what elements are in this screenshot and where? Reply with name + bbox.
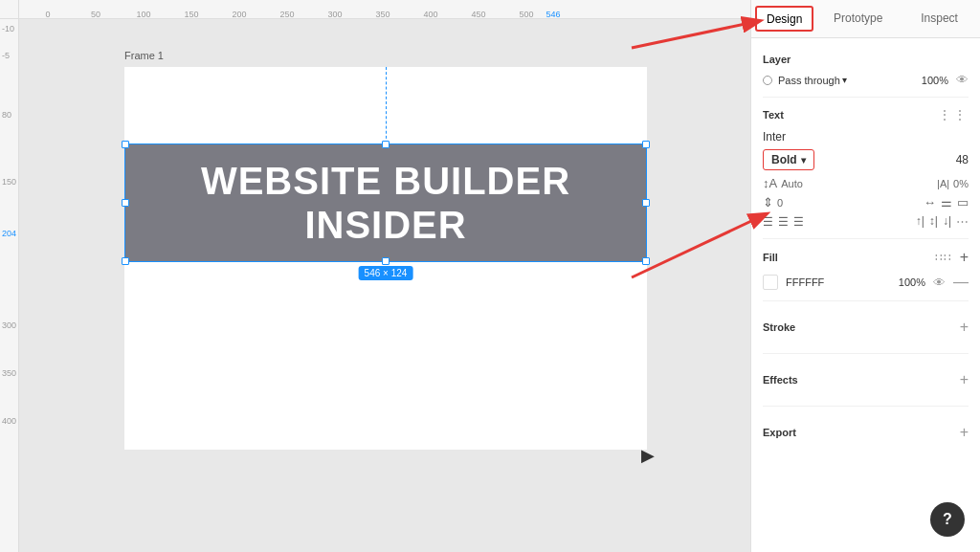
tab-inspect[interactable]: Inspect (899, 0, 980, 37)
tab-design[interactable]: Design (755, 6, 813, 32)
divider-4 (763, 353, 969, 354)
ruler-mark-250: 250 (279, 10, 294, 18)
ruler-vmark-204: 204 (2, 229, 16, 238)
right-panel: Design Prototype Inspect Layer Pass thro… (750, 0, 980, 552)
frame-label: Frame 1 (124, 50, 164, 61)
ruler-left: -10 -5 80 150 204 300 350 400 (0, 19, 19, 552)
fill-grid-icon[interactable]: ∷∷ (935, 251, 952, 264)
ruler-vmark-400: 400 (2, 416, 16, 426)
cursor-icon: ▶ (641, 445, 655, 466)
letter-spacing-value[interactable]: 0% (953, 178, 969, 189)
font-family[interactable]: Inter (763, 130, 969, 144)
canvas-workspace[interactable]: Frame 1 WEBSITE BUILDER INSIDER (19, 19, 750, 552)
fill-hex[interactable]: FFFFFF (786, 276, 891, 288)
text-align-box-icon[interactable]: ▭ (957, 195, 969, 210)
ruler-mark-50: 50 (91, 10, 100, 18)
valign-bottom-icon[interactable]: ↓| (943, 214, 951, 229)
ruler-corner (0, 0, 19, 19)
letter-spacing-right: |A| 0% (937, 178, 969, 189)
divider-1 (763, 97, 969, 98)
fill-row: FFFFFF 100% 👁 — (763, 274, 969, 291)
export-section: Export + (763, 416, 969, 449)
line-height-left: ↕A Auto (763, 176, 803, 190)
valign-middle-icon[interactable]: ↕| (929, 214, 938, 229)
help-button[interactable]: ? (930, 502, 965, 537)
ruler-mark-546: 546 (546, 10, 560, 18)
text-line2: INSIDER (304, 204, 466, 246)
ruler-mark-450: 450 (471, 10, 485, 18)
more-options-icon[interactable]: ⋮⋮ (938, 107, 969, 122)
stroke-title: Stroke (763, 321, 795, 333)
align-right-icon[interactable]: ☰ (793, 215, 804, 229)
ruler-mark-300: 300 (327, 10, 342, 18)
fill-add-icon[interactable]: + (960, 249, 969, 266)
size-badge: 546 × 124 (359, 266, 413, 280)
letter-spacing-icon: |A| (937, 178, 949, 189)
ruler-mark-200: 200 (232, 10, 246, 18)
tab-prototype-label: Prototype (834, 11, 882, 25)
text-element[interactable]: WEBSITE BUILDER INSIDER (124, 144, 647, 262)
stroke-section: Stroke + (763, 311, 969, 343)
fill-opacity[interactable]: 100% (899, 276, 925, 288)
ruler-mark-500: 500 (519, 10, 533, 18)
ruler-mark-100: 100 (136, 10, 150, 18)
font-size-value[interactable]: 48 (956, 153, 969, 166)
text-prop-row-2: ⇕ 0 ↔ ⚌ ▭ (763, 195, 969, 210)
ruler-mark-150: 150 (184, 10, 198, 18)
layer-left: Pass through ▾ (763, 75, 847, 86)
text-section-header: Text ⋮⋮ (763, 107, 969, 122)
dashed-line (386, 67, 387, 144)
paragraph-spacing-value[interactable]: 0 (777, 197, 783, 209)
canvas-main: -10 -5 80 150 204 300 350 400 Frame 1 WE… (0, 19, 750, 552)
text-section-title: Text (763, 109, 784, 121)
align-left-icon[interactable]: ☰ (763, 215, 773, 229)
effects-add-icon[interactable]: + (960, 371, 969, 388)
valign-top-icon[interactable]: ↑| (916, 214, 924, 229)
align-center-icon[interactable]: ☰ (778, 215, 789, 229)
font-weight-button[interactable]: Bold ▾ (763, 149, 814, 170)
eye-icon[interactable]: 👁 (956, 73, 969, 87)
line-height-icon: ↕A (763, 176, 777, 190)
paragraph-spacing-left: ⇕ 0 (763, 195, 783, 210)
more-text-options-icon[interactable]: ⋯ (956, 214, 969, 229)
paragraph-spacing-icon: ⇕ (763, 195, 773, 210)
fill-color-swatch[interactable] (763, 275, 778, 290)
panel-content: Layer Pass through ▾ 100% 👁 Text ⋮⋮ Inte… (751, 38, 980, 552)
line-height-value[interactable]: Auto (781, 178, 803, 189)
help-icon: ? (943, 511, 952, 528)
text-element-content: WEBSITE BUILDER INSIDER (182, 159, 590, 247)
export-add-icon[interactable]: + (960, 424, 969, 441)
divider-2 (763, 238, 969, 239)
layer-opacity[interactable]: 100% (922, 75, 948, 86)
font-weight-chevron: ▾ (801, 155, 806, 166)
ruler-h-marks: 0 50 100 150 200 250 300 350 400 450 500… (19, 0, 750, 18)
fill-section-header: Fill ∷∷ + (763, 249, 969, 266)
stroke-add-icon[interactable]: + (960, 319, 969, 336)
fill-section-title: Fill (763, 252, 778, 263)
layer-row: Pass through ▾ 100% 👁 (763, 73, 969, 87)
ruler-mark-350: 350 (375, 10, 390, 18)
ruler-vmark--5: -5 (2, 51, 10, 60)
ruler-mark-400: 400 (423, 10, 437, 18)
ruler-mark-0: 0 (45, 10, 50, 18)
layer-mode-text: Pass through (778, 75, 840, 86)
export-title: Export (763, 427, 796, 438)
fill-eye-icon[interactable]: 👁 (933, 276, 946, 290)
tab-prototype[interactable]: Prototype (817, 0, 899, 37)
layer-mode[interactable]: Pass through ▾ (778, 75, 847, 86)
layer-right: 100% 👁 (922, 73, 969, 87)
divider-5 (763, 406, 969, 407)
text-align-center-icon[interactable]: ⚌ (941, 195, 952, 210)
tab-design-label: Design (767, 12, 802, 26)
tab-inspect-label: Inspect (921, 11, 958, 25)
layer-circle-icon (763, 76, 772, 85)
ruler-vmark-300: 300 (2, 320, 16, 330)
text-horizontal-align-group: ☰ ☰ ☰ (763, 215, 804, 229)
effects-title: Effects (763, 374, 798, 386)
chevron-down-icon: ▾ (842, 75, 847, 85)
text-prop-row-1: ↕A Auto |A| 0% (763, 176, 969, 190)
ruler-vmark-350: 350 (2, 368, 16, 378)
fill-minus-icon[interactable]: — (953, 274, 969, 291)
frame-container[interactable]: Frame 1 WEBSITE BUILDER INSIDER (124, 67, 647, 450)
text-align-left-right-icon[interactable]: ↔ (924, 195, 936, 210)
